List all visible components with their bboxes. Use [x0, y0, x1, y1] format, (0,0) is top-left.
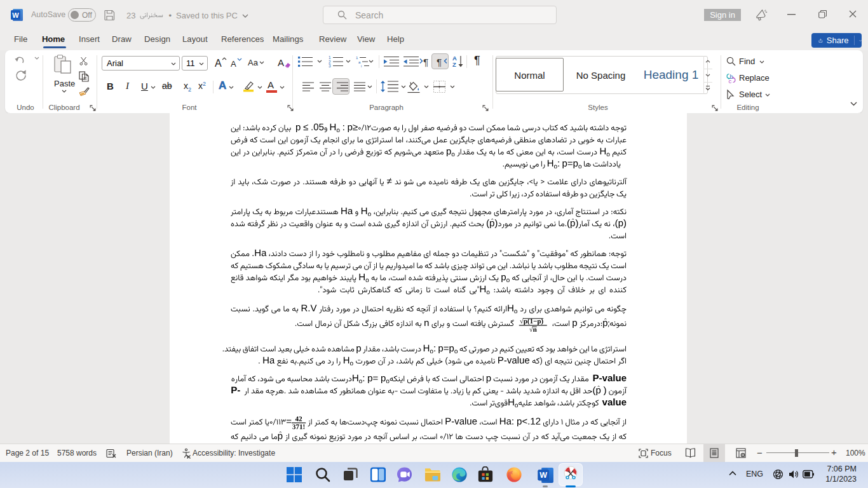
svg-text:W: W: [539, 471, 547, 480]
